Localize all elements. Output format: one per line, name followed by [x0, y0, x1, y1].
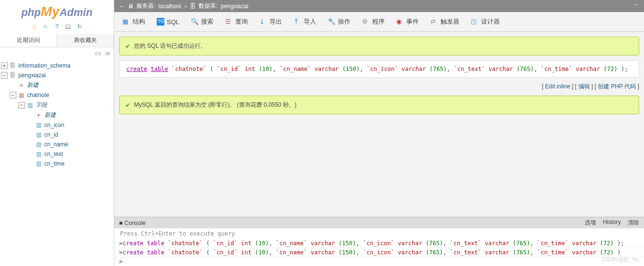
tab-structure[interactable]: ▦结构 — [117, 14, 150, 29]
column-icon: ▥ — [35, 121, 42, 129]
tab-query[interactable]: ☰查询 — [220, 14, 253, 29]
docs-icon[interactable]: 🕮 — [64, 23, 72, 31]
link-create-php[interactable]: 创建 PHP 代码 — [598, 83, 636, 90]
table-icon: ▦ — [17, 91, 25, 99]
tree-col-cn-name[interactable]: ▥ cn_name — [1, 140, 113, 149]
refresh-icon[interactable]: ↻ — [76, 23, 83, 31]
console-options[interactable]: 选项 — [585, 219, 596, 227]
tree-new-table[interactable]: ✦ 新建 — [1, 80, 113, 90]
database-icon: 🗄 — [9, 62, 16, 70]
tab-export[interactable]: ⤓导出 — [254, 14, 287, 29]
tree-table-chatnote[interactable]: − ▦ chatnote — [1, 90, 113, 100]
tree-col-cn-id[interactable]: ▥ cn_id — [1, 130, 113, 140]
breadcrumb-server[interactable]: localhost — [158, 3, 181, 10]
sql-action-links: [ Edit inline ] [ 编辑 ] [ 创建 PHP 代码 ] — [119, 81, 639, 96]
tree-columns-group[interactable]: − ▥ 字段 — [1, 100, 113, 110]
help-icon[interactable]: ? — [53, 23, 61, 31]
tab-search[interactable]: 🔍搜索 — [186, 14, 219, 29]
link-edit-inline[interactable]: Edit inline — [545, 83, 570, 90]
tab-operations[interactable]: 🔧操作 — [322, 14, 356, 29]
side-tools: ▭ ∞ — [0, 47, 114, 59]
watermark: CSDN @彭_Yu — [602, 256, 638, 263]
expand-icon[interactable]: + — [1, 62, 8, 69]
console-input[interactable]: > — [114, 257, 644, 266]
database-icon: 🗄 — [190, 3, 196, 10]
console-clear[interactable]: 清除 — [628, 219, 639, 227]
collapse-icon[interactable]: ▭ — [95, 49, 101, 57]
main-panel: ← 🖥 服务器: localhost » 🗄 数据库: pengxiazai ⌃… — [114, 0, 644, 266]
tab-events[interactable]: ◉事件 — [391, 14, 424, 29]
logo[interactable]: phpMyAdmin — [0, 0, 114, 21]
new-icon: ✦ — [17, 82, 25, 89]
column-icon: ▥ — [35, 131, 42, 139]
console-history[interactable]: History — [603, 219, 621, 227]
sidebar: phpMyAdmin ⌂ ⎋ ? 🕮 ↻ 近期访问 表收藏夹 ▭ ∞ + 🗄 i… — [0, 0, 114, 266]
nav-left-icon[interactable]: ← — [119, 3, 125, 10]
collapse-icon[interactable]: − — [1, 72, 8, 79]
column-icon: ▥ — [35, 160, 42, 168]
tab-sql[interactable]: SQLSQL — [151, 14, 185, 29]
exit-icon[interactable]: ⎋ — [42, 23, 50, 31]
console-title: Console — [124, 220, 146, 226]
console-history-line-1[interactable]: =create table `chatnote` ( `cn_id` int (… — [114, 239, 644, 248]
tree-col-cn-icon[interactable]: ▥ cn_icon — [1, 120, 113, 130]
console-panel: ■ Console 选项 History 清除 Press Ctrl+Enter… — [114, 217, 644, 266]
sql-display: create table `chatnote` ( `cn_id` int (1… — [119, 60, 639, 78]
top-menu: ▦结构 SQLSQL 🔍搜索 ☰查询 ⤓导出 ⤒导入 🔧操作 ⚙程序 ◉事件 ⇄… — [114, 12, 644, 32]
tree-db-pengxiazai[interactable]: − 🗄 pengxiazai — [1, 70, 113, 80]
column-icon: ▥ — [35, 150, 42, 158]
link-icon[interactable]: ∞ — [105, 49, 110, 57]
link-edit[interactable]: 编辑 — [578, 83, 590, 90]
column-icon: ▥ — [35, 140, 42, 148]
tab-favorites[interactable]: 表收藏夹 — [57, 34, 114, 47]
tree-db-info-schema[interactable]: + 🗄 information_schema — [1, 61, 113, 70]
tree-col-cn-text[interactable]: ▥ cn_text — [1, 149, 113, 159]
breadcrumb: ← 🖥 服务器: localhost » 🗄 数据库: pengxiazai ⌃ — [114, 0, 644, 12]
server-icon: 🖥 — [128, 3, 134, 10]
home-icon[interactable]: ⌂ — [30, 22, 38, 30]
tab-triggers[interactable]: ⇄触发器 — [425, 14, 465, 29]
tree-col-cn-time[interactable]: ▥ cn_time — [1, 159, 113, 168]
console-toggle-icon[interactable]: ■ — [119, 220, 122, 226]
collapse-icon[interactable]: − — [10, 92, 16, 98]
new-icon: ✦ — [35, 112, 42, 119]
tree-new-column[interactable]: ✦ 新建 — [1, 110, 113, 120]
logo-toolbar: ⌂ ⎋ ? 🕮 ↻ — [0, 21, 114, 34]
console-history-line-2[interactable]: >create table `chatnote` ( `cn_id` int (… — [114, 248, 644, 257]
tab-routines[interactable]: ⚙程序 — [357, 14, 390, 29]
success-message-1: ✔ 您的 SQL 语句已成功运行。 — [119, 37, 639, 56]
console-hint: Press Ctrl+Enter to execute query — [114, 228, 644, 239]
tab-designer[interactable]: ◫设计器 — [466, 14, 505, 29]
check-icon: ✔ — [125, 102, 130, 109]
success-message-2: ✔ MySQL 返回的查询结果为空 (即零行)。 (查询花费 0.0550 秒。… — [119, 96, 639, 114]
collapse-panel-icon[interactable]: ⌃ — [633, 2, 639, 10]
collapse-icon[interactable]: − — [18, 102, 25, 109]
check-icon: ✔ — [125, 43, 130, 50]
nav-tree: + 🗄 information_schema − 🗄 pengxiazai ✦ … — [0, 59, 114, 170]
breadcrumb-db[interactable]: pengxiazai — [221, 3, 248, 10]
database-icon: 🗄 — [9, 71, 16, 79]
columns-icon: ▥ — [26, 101, 34, 109]
tab-recent[interactable]: 近期访问 — [0, 34, 57, 47]
tab-import[interactable]: ⤒导入 — [288, 14, 322, 29]
